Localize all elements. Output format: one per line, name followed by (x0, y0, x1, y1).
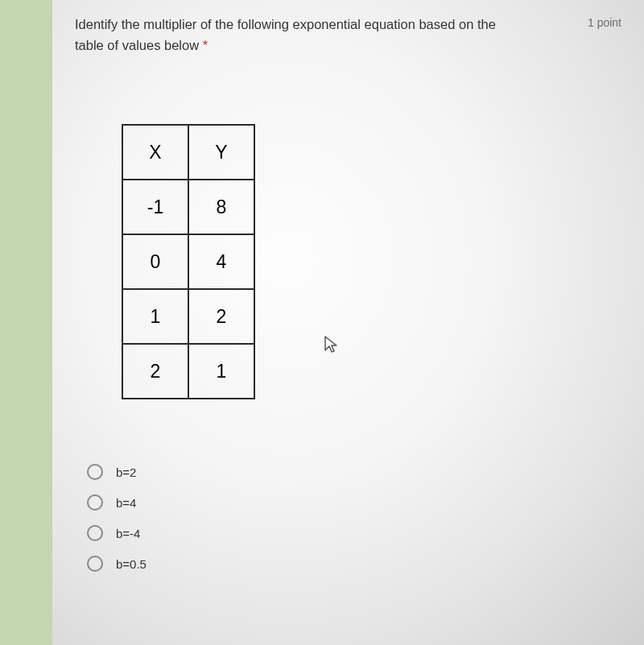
form-sidebar (0, 0, 52, 645)
cell-x: 1 (122, 289, 188, 344)
cell-y: 1 (188, 344, 254, 399)
option-b-0-5[interactable]: b=0.5 (87, 556, 621, 572)
radio-icon (87, 556, 103, 572)
cell-y: 2 (188, 289, 254, 344)
required-marker: * (203, 38, 208, 52)
option-label: b=-4 (116, 527, 140, 540)
radio-icon (87, 525, 103, 541)
cell-y: 8 (188, 180, 254, 234)
table-row: 2 1 (122, 344, 254, 399)
option-b-2[interactable]: b=2 (87, 464, 621, 480)
option-b-neg4[interactable]: b=-4 (87, 525, 621, 541)
col-header-y: Y (188, 125, 254, 180)
question-card: Identify the multiplier of the following… (52, 0, 644, 645)
option-b-4[interactable]: b=4 (87, 494, 621, 511)
question-line1: Identify the multiplier of the following… (75, 17, 496, 31)
radio-icon (87, 494, 103, 511)
cell-y: 4 (188, 234, 254, 289)
cell-x: 2 (122, 344, 188, 399)
cell-x: 0 (122, 234, 188, 289)
option-label: b=2 (116, 465, 136, 479)
radio-icon (87, 464, 103, 480)
table-row: 1 2 (122, 289, 254, 344)
values-table: X Y -1 8 0 4 1 2 2 1 (122, 124, 255, 399)
question-line2: table of values below (75, 38, 203, 52)
table-row: -1 8 (122, 180, 254, 234)
table-row: 0 4 (122, 234, 254, 289)
col-header-x: X (122, 125, 188, 180)
answer-options: b=2 b=4 b=-4 b=0.5 (87, 464, 621, 572)
question-text: Identify the multiplier of the following… (75, 14, 496, 56)
cell-x: -1 (122, 180, 188, 234)
points-label: 1 point (588, 16, 621, 29)
option-label: b=0.5 (116, 557, 147, 571)
option-label: b=4 (116, 496, 136, 510)
values-table-wrap: X Y -1 8 0 4 1 2 2 1 (122, 124, 621, 399)
